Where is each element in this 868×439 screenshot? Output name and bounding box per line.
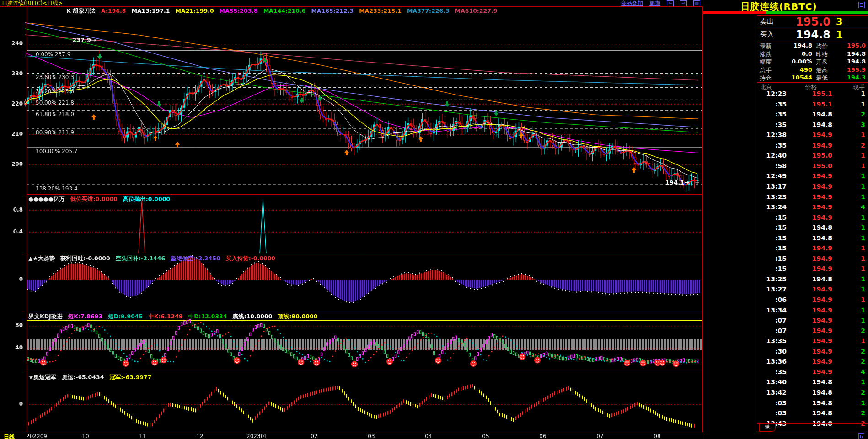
left-arrow-icon[interactable]: ⇦: [667, 0, 674, 6]
tick-row[interactable]: :07194.91: [757, 317, 868, 327]
stat-row: 持仓10544最低194.3: [757, 74, 868, 82]
stat-row: 幅度0.00%开盘194.8: [757, 58, 868, 66]
period-button[interactable]: 周期: [649, 0, 660, 6]
tick-price: 194.9: [801, 296, 832, 303]
main-indicator-header-value-3: MA55:203.8: [220, 7, 258, 15]
tick-row[interactable]: 12:40195.01: [757, 152, 868, 162]
tick-list[interactable]: 12:23195.11:35195.11:35194.82:35194.8312…: [757, 90, 868, 430]
tick-row[interactable]: 13:40194.81: [757, 378, 868, 388]
panel4-header-value-0: 短K:7.8693: [68, 313, 102, 321]
panel2-header-value-1: 高位抛出:0.0000: [123, 196, 170, 203]
fib-label: 100.00% 205.7: [36, 148, 78, 154]
tick-row[interactable]: 13:17194.91: [757, 183, 868, 193]
tick-time: 12:40: [758, 152, 787, 159]
main-indicator-header-value-1: MA13:197.1: [132, 7, 170, 15]
panel5-header: ★奥运冠军奥运:-65.0434冠军:-63.9977: [28, 374, 151, 381]
tick-row[interactable]: :35194.83: [757, 121, 868, 131]
panel4-header-value-2: 中K:6.1249: [148, 313, 182, 321]
tick-row[interactable]: :35195.11: [757, 100, 868, 111]
stat-label: 涨跌: [760, 50, 772, 58]
tick-row[interactable]: :58195.01: [757, 162, 868, 172]
panel4-header-value-3: 中D:12.0334: [188, 313, 227, 321]
tick-price: 194.8: [801, 399, 832, 407]
tick-price: 194.9: [801, 265, 832, 272]
tick-time: :58: [758, 162, 787, 169]
stat-label: 最新: [760, 42, 772, 50]
tick-row[interactable]: 13:25194.81: [757, 275, 868, 286]
fib-label: 0.00% 237.9: [36, 51, 70, 58]
tick-time: :15: [758, 214, 787, 221]
tick-row[interactable]: 13:35194.91: [757, 337, 868, 347]
tick-qty: 1: [861, 399, 865, 407]
tick-time: :15: [758, 234, 787, 242]
stat-label: 开盘: [816, 58, 828, 66]
bid-price: 194.8: [780, 28, 830, 41]
tick-time: :15: [758, 244, 787, 252]
tick-row[interactable]: 13:27194.91: [757, 286, 868, 296]
axis-month: 03: [368, 433, 375, 439]
tick-price: 194.8: [801, 275, 832, 283]
tick-row[interactable]: :35194.94: [757, 368, 868, 378]
tick-row[interactable]: :35194.82: [757, 111, 868, 121]
stat-row: 最新194.8均价195.0: [757, 42, 868, 50]
last-price-marker: 194.1→: [665, 179, 689, 186]
ask-row[interactable]: 卖出 195.0 3: [757, 16, 868, 28]
fib-label: 138.20% 193.4: [36, 185, 78, 192]
fib-label: 61.80% 218.0: [36, 111, 74, 117]
tick-row[interactable]: 12:49194.91: [757, 172, 868, 182]
tick-row[interactable]: 12:38194.91: [757, 131, 868, 141]
tick-row[interactable]: 13:24194.94: [757, 203, 868, 213]
tick-time: :35: [758, 121, 787, 128]
tab-ticks[interactable]: 笔: [759, 424, 776, 432]
tick-qty: 1: [861, 193, 865, 201]
fib-label: 23.60% 230.3: [36, 74, 74, 80]
tick-row[interactable]: :03194.81: [757, 399, 868, 409]
tick-row[interactable]: :15194.91: [757, 265, 868, 275]
split-window-icon[interactable]: ▥: [693, 0, 700, 6]
tick-qty: 1: [861, 337, 865, 344]
tick-price: 194.9: [801, 286, 832, 293]
bid-row[interactable]: 买入 194.8 1: [757, 28, 868, 41]
tick-qty: 1: [861, 224, 865, 231]
tick-row[interactable]: :15194.91: [757, 244, 868, 254]
tick-qty: 4: [861, 203, 865, 211]
tick-row[interactable]: :15194.81: [757, 234, 868, 244]
ratio-red: [703, 11, 766, 14]
stat-row: 涨跌0.0昨结194.8: [757, 50, 868, 58]
corner-chart-icon[interactable]: [858, 433, 864, 439]
tick-price: 195.0: [801, 162, 832, 169]
tick-qty: 1: [861, 172, 865, 180]
panel5-header-name: ★奥运冠军: [28, 374, 56, 381]
overlay-button[interactable]: 商品叠加: [621, 0, 643, 6]
tick-row[interactable]: :06194.91: [757, 296, 868, 306]
tick-row[interactable]: :15194.91: [757, 255, 868, 265]
stat-value: 0.0: [777, 50, 812, 57]
period-label[interactable]: 日线: [4, 433, 15, 439]
right-arrow-icon[interactable]: ⇨: [680, 0, 687, 6]
tick-price: 194.9: [801, 193, 832, 201]
tick-time: :07: [758, 317, 787, 324]
tick-row[interactable]: :03194.82: [757, 409, 868, 419]
tick-price: 194.9: [801, 368, 832, 376]
tick-row[interactable]: :07194.92: [757, 327, 868, 337]
tick-row[interactable]: :15194.81: [757, 224, 868, 234]
tick-row[interactable]: 13:23194.91: [757, 193, 868, 203]
axis-month: 02: [311, 433, 317, 439]
tick-row[interactable]: 13:36194.92: [757, 358, 868, 368]
tick-time: 13:24: [758, 203, 787, 211]
tick-qty: 1: [861, 275, 865, 283]
panel2-axis-label: 0.4: [0, 228, 23, 235]
tick-row[interactable]: :30194.92: [757, 348, 868, 358]
tick-qty: 1: [861, 90, 865, 97]
chart-canvas[interactable]: [0, 0, 703, 439]
tick-row[interactable]: :15194.91: [757, 214, 868, 224]
window-restore-icon[interactable]: [858, 2, 865, 8]
tick-row[interactable]: 12:23195.11: [757, 90, 868, 100]
tick-row[interactable]: :35194.92: [757, 142, 868, 152]
stat-value: 194.8: [834, 58, 866, 65]
tick-row[interactable]: 13:34194.91: [757, 307, 868, 317]
tick-time: 13:25: [758, 275, 787, 283]
main-indicator-header-name: K 胡家刀法: [66, 7, 96, 15]
tick-price: 195.1: [801, 90, 832, 97]
tick-row[interactable]: 13:42194.82: [757, 389, 868, 399]
